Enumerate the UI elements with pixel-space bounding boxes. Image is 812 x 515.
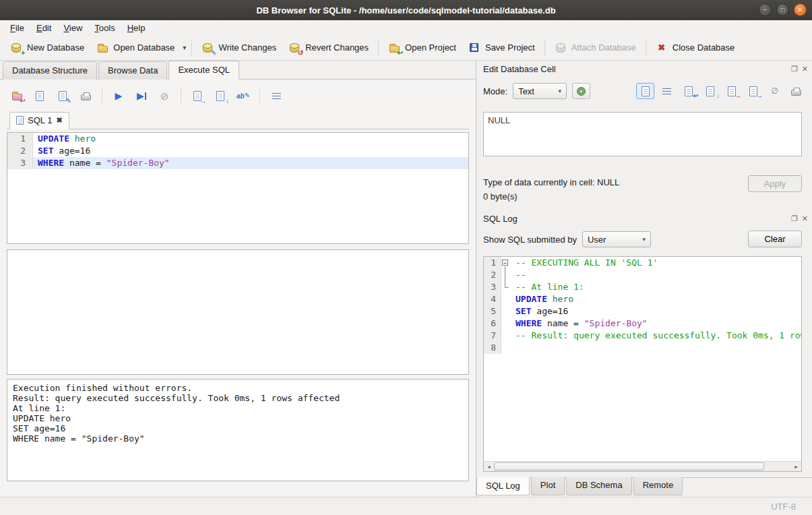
tab-database-structure[interactable]: Database Structure (3, 61, 97, 80)
scroll-right-icon[interactable]: ▸ (791, 464, 801, 470)
filter-label: Show SQL submitted by (483, 235, 577, 245)
sql-editor[interactable]: 1 UPDATE hero 2 SET age=16 3 WHERE name … (7, 132, 469, 244)
tab-browse-data[interactable]: Browse Data (98, 61, 167, 80)
code-text: SET age=16 (33, 145, 468, 157)
code-line: 1 UPDATE hero (7, 133, 468, 145)
log-line: 6 WHERE name = "Spider-Boy" (484, 317, 801, 330)
print-icon[interactable] (787, 83, 805, 99)
line-number: 3 (7, 157, 33, 169)
find-replace-icon[interactable]: ab✎ (233, 86, 253, 105)
close-panel-icon[interactable]: ✕ (802, 214, 808, 223)
write-changes-icon: ✎ (201, 42, 214, 54)
titlebar[interactable]: DB Browser for SQLite - /home/user/code/… (0, 0, 812, 20)
tab-db-schema[interactable]: DB Schema (566, 477, 631, 495)
menu-file[interactable]: File (4, 22, 30, 34)
horizontal-scrollbar[interactable]: ◂ ▸ (484, 461, 801, 471)
sql-toolbar: ↩ ✎ ▶ ▶ ⊘ → ↓ ab✎ (7, 84, 469, 108)
open-database-icon (96, 42, 108, 54)
save-results-icon[interactable]: ↓ (210, 86, 230, 105)
open-database-dropdown-icon[interactable]: ▾ (181, 40, 188, 55)
save-sql-file-icon[interactable]: ✎ (53, 86, 73, 105)
menu-tools[interactable]: Tools (88, 22, 121, 34)
new-database-button[interactable]: + New Database (4, 38, 90, 57)
clear-log-button[interactable]: Clear (748, 231, 802, 247)
float-panel-icon[interactable]: ❐ (791, 65, 798, 73)
close-sql-tab-icon[interactable]: ✖ (56, 116, 62, 125)
new-sql-tab-icon[interactable]: ↩ (7, 86, 27, 105)
tab-plot[interactable]: Plot (531, 477, 565, 495)
tab-execute-sql[interactable]: Execute SQL (168, 61, 239, 80)
sql-tabbar: SQL 1 ✖ (7, 109, 469, 129)
menu-edit[interactable]: Edit (30, 22, 57, 34)
maximize-icon[interactable]: □ (776, 3, 789, 16)
revert-changes-button[interactable]: ↺ Revert Changes (282, 38, 375, 57)
main-tabbar: Database Structure Browse Data Execute S… (0, 61, 476, 80)
scrollbar-thumb[interactable] (494, 462, 764, 471)
execute-all-icon[interactable]: ▶ (108, 86, 129, 105)
menubar: File Edit View Tools Help (0, 20, 812, 35)
tab-sql-log[interactable]: SQL Log (476, 477, 530, 495)
revert-changes-icon: ↺ (288, 42, 301, 54)
toolbar-separator (378, 40, 379, 56)
auto-switch-mode-button[interactable] (572, 83, 590, 99)
fold-collapse-icon[interactable]: − (501, 257, 511, 269)
gear-icon (577, 87, 586, 96)
attach-database-icon (555, 42, 567, 54)
sql-tab[interactable]: SQL 1 ✖ (9, 112, 69, 129)
execute-current-line-icon[interactable]: ▶ (131, 86, 152, 105)
code-line-current: 3 WHERE name = "Spider-Boy" (7, 157, 468, 169)
word-wrap-icon[interactable] (266, 86, 286, 105)
close-panel-icon[interactable]: ✕ (802, 65, 808, 73)
log-line: 3 -- At line 1: (484, 281, 801, 293)
log-line: 4 UPDATE hero (484, 293, 801, 305)
toolbar-separator (102, 88, 102, 103)
open-sql-file-icon[interactable] (30, 86, 50, 105)
save-project-button[interactable]: Save Project (462, 38, 541, 57)
toolbar-separator (646, 40, 646, 56)
mode-label: Mode: (483, 86, 507, 96)
new-database-icon: + (10, 42, 22, 54)
app-window: DB Browser for SQLite - /home/user/code/… (0, 0, 812, 515)
close-database-button[interactable]: ✖ Close Database (650, 38, 741, 57)
cell-value: NULL (488, 115, 510, 125)
attach-database-button: Attach Database (549, 38, 642, 57)
sql-log-view[interactable]: 1 − -- EXECUTING ALL IN 'SQL 1' 2 -- 3 -… (483, 256, 802, 472)
text-mode-icon[interactable] (636, 83, 654, 99)
set-null-icon[interactable]: ∅ (766, 83, 784, 99)
open-project-icon: ↩ (388, 42, 400, 54)
menu-view[interactable]: View (57, 22, 88, 34)
print-icon[interactable] (75, 86, 96, 105)
save-file-icon[interactable]: ↓ (701, 83, 719, 99)
log-line: 7 -- Result: query executed successfully… (484, 330, 801, 342)
execute-sql-page: ↩ ✎ ▶ ▶ ⊘ → ↓ ab✎ (0, 80, 476, 496)
menu-help[interactable]: Help (121, 22, 152, 34)
code-text: UPDATE hero (33, 133, 468, 145)
import-icon[interactable]: → (722, 83, 741, 99)
sql-tab-label: SQL 1 (28, 115, 52, 125)
cell-editor-icons: ↩ ↓ → → ∅ (636, 83, 805, 99)
cell-content-editor[interactable]: NULL (483, 112, 802, 156)
close-icon[interactable]: ✕ (794, 3, 807, 16)
scroll-left-icon[interactable]: ◂ (484, 464, 494, 470)
mode-select[interactable]: Text ▾ (513, 83, 567, 99)
word-wrap-icon[interactable] (658, 83, 676, 99)
toolbar-separator (544, 40, 545, 56)
cell-editor-toolbar: Mode: Text ▾ ↩ ↓ → → ∅ (483, 82, 805, 100)
tab-remote[interactable]: Remote (633, 477, 683, 495)
side-panel: Edit Database Cell ❐ ✕ Mode: Text ▾ ↩ ↓ (476, 61, 812, 497)
encoding-indicator[interactable]: UTF-8 (771, 502, 796, 512)
open-file-icon[interactable]: ↩ (679, 83, 697, 99)
open-project-button[interactable]: ↩ Open Project (382, 38, 462, 57)
log-filter-select[interactable]: User ▾ (582, 231, 651, 247)
write-changes-button[interactable]: ✎ Write Changes (195, 38, 282, 57)
open-database-button[interactable]: Open Database (90, 38, 181, 57)
minimize-icon[interactable]: − (759, 3, 772, 16)
float-panel-icon[interactable]: ❐ (791, 214, 798, 223)
line-number: 2 (7, 145, 33, 157)
line-number: 1 (7, 133, 33, 145)
open-in-new-tab-icon[interactable]: → (187, 86, 208, 105)
chevron-down-icon: ▾ (559, 88, 562, 94)
log-line: 8 (484, 342, 801, 354)
export-icon[interactable]: → (744, 83, 762, 99)
results-grid[interactable] (7, 249, 469, 375)
